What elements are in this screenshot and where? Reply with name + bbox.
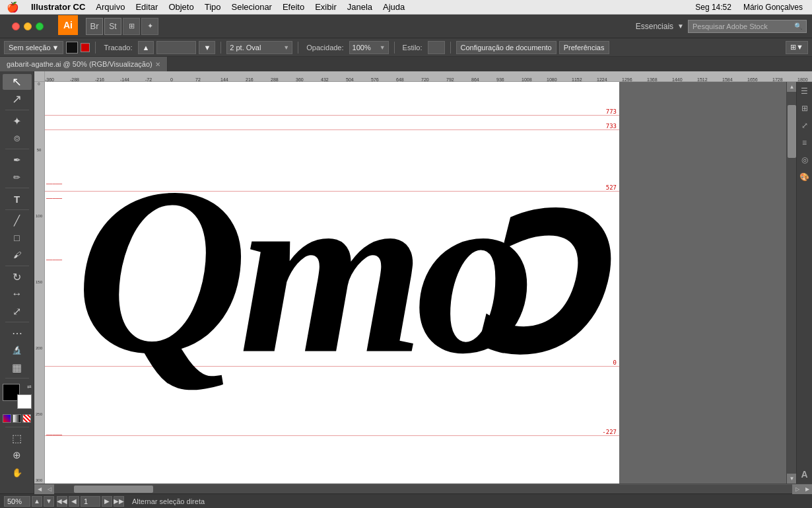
zoom-up-btn[interactable]: ▲ [32, 496, 42, 507]
menu-tipo[interactable]: Tipo [205, 2, 221, 12]
fill-swatch[interactable] [66, 42, 78, 54]
tool-zoom[interactable]: ⊕ [3, 447, 32, 463]
stock-btn[interactable]: St [104, 18, 121, 35]
rp-color-icon[interactable]: 🎨 [798, 170, 811, 184]
rp-layers-icon[interactable]: ☰ [798, 85, 811, 98]
tool-artboard[interactable]: ⬚ [3, 430, 32, 446]
close-button[interactable] [12, 22, 20, 30]
tool-magic-wand[interactable]: ✦ [3, 113, 32, 129]
prefs-btn[interactable]: Preferências [559, 41, 609, 54]
rp-properties-icon[interactable]: ⊞ [798, 102, 811, 115]
maximize-button[interactable] [36, 22, 44, 30]
scroll-thumb[interactable] [788, 105, 796, 158]
tool-scale[interactable]: ⤢ [3, 303, 32, 319]
tool-eyedrop[interactable]: 🔬 [3, 342, 32, 358]
tool-rect[interactable]: □ [3, 230, 32, 246]
tool-mirror[interactable]: ↔ [3, 286, 32, 302]
scroll-down-btn[interactable]: ▼ [787, 474, 797, 484]
prev-btn[interactable]: ◀ [69, 496, 79, 507]
tool-arrow[interactable]: ↖ [3, 74, 32, 90]
hscroll-next-btn[interactable]: ▷ [792, 484, 802, 494]
stock-search-container[interactable]: Pesquisar Adobe Stock 🔍 [688, 20, 807, 33]
title-bar: Ai Br St ⊞ ✦ Essenciais ▼ Pesquisar Adob… [0, 15, 812, 38]
file-tab[interactable]: gabarit-agathe.ai @ 50% (RGB/Visualizaçã… [0, 57, 168, 71]
right-scrollbar[interactable]: ▲ ▼ [786, 82, 796, 484]
stroke-swatch-color[interactable] [81, 43, 90, 52]
tool-direct-select[interactable]: ↗ [3, 91, 32, 107]
rp-appearance-icon[interactable]: ◎ [798, 153, 811, 166]
selection-mode[interactable]: Sem seleção ▼ [4, 41, 63, 54]
tool-type[interactable]: T [3, 191, 32, 207]
menu-ajuda[interactable]: Ajuda [383, 2, 405, 12]
prev-page-btn[interactable]: ◀◀ [57, 496, 67, 507]
swap-colors-btn[interactable]: ⇄ [27, 384, 32, 390]
tab-filename: gabarit-agathe.ai @ 50% (RGB/Visualizaçã… [7, 60, 152, 68]
tool-rotate[interactable]: ↻ [3, 269, 32, 285]
rp-align-icon[interactable]: ≡ [798, 136, 811, 149]
stroke-style-select[interactable]: 2 pt. Oval ▼ [226, 41, 292, 54]
ruler-v-mark-100: 100 [34, 214, 44, 218]
stroke-input[interactable] [156, 41, 196, 54]
none-btn[interactable] [22, 414, 31, 423]
config-doc-btn[interactable]: Configuração de documento [456, 41, 557, 54]
stroke-up[interactable]: ▲ [138, 41, 154, 54]
tool-pen[interactable]: ✒ [3, 152, 32, 168]
background-color[interactable] [17, 394, 32, 409]
tool-gradient[interactable]: ▦ [3, 359, 32, 375]
zoom-input[interactable] [4, 496, 30, 507]
gradient-btn[interactable] [13, 414, 21, 423]
apple-menu[interactable]: 🍎 [7, 1, 19, 13]
color-mode-btns [3, 414, 31, 423]
zoom-down-btn[interactable]: ▼ [44, 496, 54, 507]
scroll-up-btn[interactable]: ▲ [787, 82, 797, 92]
next-page-btn[interactable]: ▶▶ [114, 496, 124, 507]
rp-transform-icon[interactable]: ⤢ [798, 119, 811, 132]
top-ruler-row: // Will be populated via JS below -360-2… [34, 71, 812, 82]
menu-illustrator[interactable]: Illustrator CC [31, 2, 85, 12]
tool-lasso[interactable]: ⌾ [3, 130, 32, 146]
opacity-input[interactable]: 100% ▼ [349, 41, 389, 54]
ruler-v-mark-300: 300 [34, 478, 44, 482]
stroke-down[interactable]: ▼ [199, 41, 215, 54]
tool-pencil[interactable]: ✏ [3, 169, 32, 185]
arrange-icons-btn[interactable]: ⊞▼ [786, 41, 808, 54]
bottom-scrollbar[interactable]: ◀ ◁ ▷ ▶ [34, 484, 812, 493]
style-swatch[interactable] [428, 41, 445, 54]
bridge-btn[interactable]: Br [86, 18, 103, 35]
zoom-control: ▲ ▼ [4, 496, 54, 507]
tool-paintbrush[interactable]: 🖌 [3, 247, 32, 263]
arrange-btn[interactable]: ⊞ [123, 18, 140, 35]
hscroll-left-btn[interactable]: ◀ [34, 484, 44, 494]
svg-text:Qmo: Qmo [75, 148, 527, 399]
sep1 [95, 42, 96, 54]
menu-efeito[interactable]: Efeito [283, 2, 304, 12]
ruler-h-mark-504: 504 [346, 77, 354, 82]
canvas-container[interactable]: 773 733 527 0 -227 [45, 82, 786, 484]
ruler-v-mark-200: 200 [34, 346, 44, 350]
tool-blend[interactable]: ⋯ [3, 325, 32, 341]
menu-editar[interactable]: Editar [135, 2, 158, 12]
hscroll-right-btn[interactable]: ▶ [802, 484, 812, 494]
page-input[interactable] [81, 496, 100, 507]
tool-line[interactable]: ╱ [3, 213, 32, 229]
hscroll-thumb[interactable] [74, 486, 153, 493]
tool-hand[interactable]: ✋ [3, 464, 32, 480]
rp-type-icon[interactable]: A [798, 468, 811, 481]
hscroll-prev-btn[interactable]: ◁ [44, 484, 54, 494]
minimize-button[interactable] [24, 22, 32, 30]
menu-objeto[interactable]: Objeto [168, 2, 193, 12]
guide-733: 733 [45, 129, 619, 130]
guide-773: 773 [45, 115, 619, 116]
stroke-style-value: 2 pt. Oval [230, 44, 261, 52]
essentials-arrow[interactable]: ▼ [677, 22, 684, 30]
color-btn[interactable] [3, 414, 11, 423]
next-btn[interactable]: ▶ [102, 496, 112, 507]
wand-btn[interactable]: ✦ [141, 18, 158, 35]
ruler-h-mark-792: 792 [446, 77, 454, 82]
menu-exibir[interactable]: Exibir [315, 2, 337, 12]
menu-janela[interactable]: Janela [347, 2, 372, 12]
menu-arquivo[interactable]: Arquivo [96, 2, 125, 12]
stroke-style-arrow: ▼ [283, 44, 289, 51]
tab-close-btn[interactable]: ✕ [155, 61, 160, 68]
menu-selecionar[interactable]: Selecionar [232, 2, 272, 12]
